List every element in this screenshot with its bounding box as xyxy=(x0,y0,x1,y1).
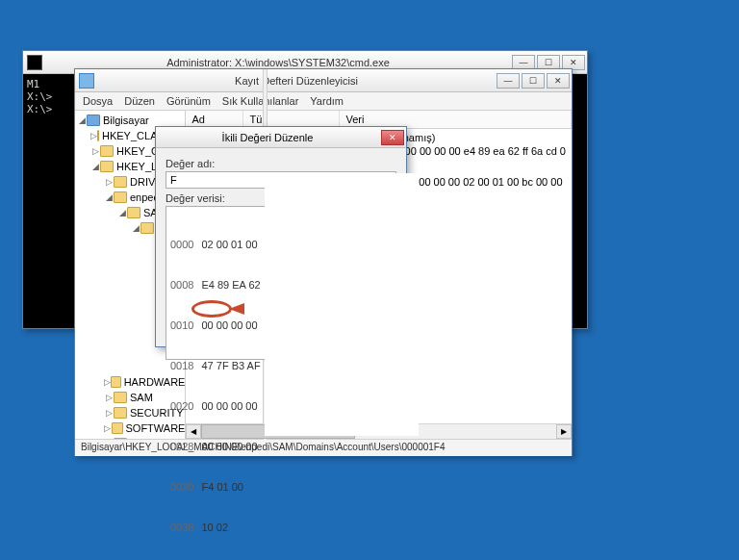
scroll-right-icon[interactable]: ▶ xyxy=(556,424,572,439)
regedit-icon xyxy=(79,73,94,89)
maximize-button[interactable]: ☐ xyxy=(522,73,545,89)
dialog-titlebar[interactable]: İkili Değeri Düzenle ✕ xyxy=(156,127,406,148)
regedit-menubar: Dosya Düzen Görünüm Sık Kullanılanlar Ya… xyxy=(75,92,572,111)
value-name-label: Değer adı: xyxy=(166,158,396,169)
annotation-arrow-icon xyxy=(229,303,244,315)
close-button[interactable]: ✕ xyxy=(547,73,570,89)
tree-system[interactable]: ▷SYSTEM xyxy=(75,436,185,439)
cmd-title: Administrator: X:\windows\SYSTEM32\cmd.e… xyxy=(46,57,510,68)
tree-software[interactable]: ▷SOFTWARE xyxy=(75,420,185,436)
close-button[interactable]: ✕ xyxy=(381,130,404,145)
annotation-circle xyxy=(191,300,232,318)
tree-hardware[interactable]: ▷HARDWARE xyxy=(75,374,185,390)
white-overlay xyxy=(265,173,419,436)
tree-security[interactable]: ▷SECURITY xyxy=(75,405,185,420)
menu-help[interactable]: Yardım xyxy=(310,95,344,107)
minimize-button[interactable]: — xyxy=(497,73,520,89)
regedit-title: Kayıt Defteri Düzenleyicisi xyxy=(98,75,495,87)
regedit-titlebar[interactable]: Kayıt Defteri Düzenleyicisi — ☐ ✕ xyxy=(75,69,572,92)
tree-label: SYSTEM xyxy=(130,438,173,439)
menu-file[interactable]: Dosya xyxy=(83,95,113,107)
menu-view[interactable]: Görünüm xyxy=(166,95,211,107)
tree-label: SAM xyxy=(130,392,153,403)
tree-label: Bilgisayar xyxy=(103,115,149,126)
dialog-title: İkili Değeri Düzenle xyxy=(156,132,379,143)
menu-favorites[interactable]: Sık Kullanılanlar xyxy=(222,95,299,107)
cmd-icon xyxy=(27,55,42,70)
tree-sam[interactable]: ▷SAM xyxy=(75,390,185,405)
menu-edit[interactable]: Düzen xyxy=(124,95,155,107)
